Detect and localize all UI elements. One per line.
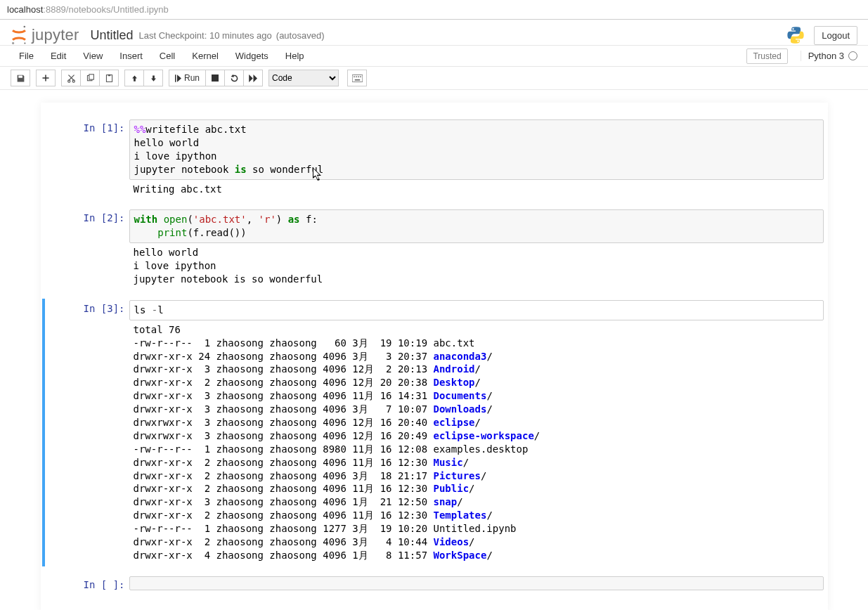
keyboard-icon: [352, 74, 363, 82]
svg-rect-13: [358, 76, 359, 77]
code-cell[interactable]: In [ ]:: [45, 575, 824, 592]
jupyter-icon: [11, 25, 27, 45]
code-input[interactable]: ls -l: [129, 300, 824, 320]
jupyter-logo[interactable]: jupyter: [11, 25, 79, 45]
menu-widgets[interactable]: Widgets: [227, 46, 277, 65]
fast-forward-icon: [249, 74, 258, 82]
notebook-name[interactable]: Untitled: [90, 28, 133, 43]
menu-file[interactable]: File: [11, 46, 42, 65]
address-path: :8889/notebooks/Untitled.ipynb: [43, 4, 169, 15]
input-prompt: In [2]:: [45, 209, 129, 223]
cell-type-select[interactable]: Code: [268, 70, 339, 86]
code-cell[interactable]: In [1]: %%writefile abc.txt hello world …: [45, 118, 824, 200]
toolbar: Run Code: [0, 67, 868, 90]
code-input[interactable]: [129, 576, 824, 590]
cell-output: hello world i love ipython jupyter noteb…: [129, 243, 824, 289]
svg-point-2: [24, 42, 25, 44]
autosave-text: (autosaved): [276, 30, 325, 41]
restart-button[interactable]: [224, 70, 244, 86]
plus-icon: [41, 74, 50, 82]
checkpoint-text: Last Checkpoint: 10 minutes ago: [138, 30, 271, 41]
restart-run-all-button[interactable]: [243, 70, 263, 86]
run-label: Run: [184, 73, 200, 83]
svg-point-0: [23, 26, 25, 28]
code-input[interactable]: %%writefile abc.txt hello world i love i…: [129, 119, 824, 180]
python-icon: [786, 25, 805, 45]
menubar: File Edit View Insert Cell Kernel Widget…: [0, 46, 868, 67]
svg-rect-14: [360, 76, 361, 77]
interrupt-button[interactable]: [205, 70, 225, 86]
move-up-button[interactable]: [124, 70, 144, 86]
header: jupyter Untitled Last Checkpoint: 10 min…: [0, 20, 868, 46]
arrow-down-icon: [150, 74, 157, 82]
save-button[interactable]: [11, 70, 30, 86]
logo-text: jupyter: [32, 26, 79, 44]
svg-rect-15: [354, 79, 360, 81]
notebook-container: In [1]: %%writefile abc.txt hello world …: [41, 103, 828, 610]
trusted-indicator[interactable]: Trusted: [746, 48, 787, 64]
move-down-button[interactable]: [143, 70, 163, 86]
command-palette-button[interactable]: [347, 70, 367, 86]
code-cell[interactable]: In [3]: ls -l total 76 -rw-r--r-- 1 zhao…: [42, 299, 824, 566]
svg-rect-10: [352, 74, 363, 82]
menu-edit[interactable]: Edit: [42, 46, 75, 65]
svg-rect-6: [89, 74, 93, 79]
paste-icon: [105, 74, 114, 83]
copy-icon: [86, 74, 95, 83]
svg-rect-9: [212, 74, 219, 82]
run-button[interactable]: Run: [169, 70, 206, 86]
kernel-name: Python 3: [808, 51, 844, 61]
save-icon: [16, 74, 25, 83]
svg-rect-12: [356, 76, 357, 77]
menu-cell[interactable]: Cell: [151, 46, 183, 65]
svg-rect-8: [108, 74, 110, 75]
input-prompt: In [1]:: [45, 119, 129, 134]
cell-output: total 76 -rw-r--r-- 1 zhaosong zhaosong …: [129, 320, 824, 565]
address-bar[interactable]: localhost:8889/notebooks/Untitled.ipynb: [0, 0, 868, 20]
paste-button[interactable]: [99, 70, 119, 86]
copy-button[interactable]: [80, 70, 100, 86]
cut-icon: [67, 74, 76, 83]
kernel-indicator[interactable]: Python 3: [801, 51, 857, 61]
kernel-idle-icon: [848, 51, 857, 60]
menu-help[interactable]: Help: [277, 46, 313, 65]
svg-point-3: [67, 79, 70, 82]
code-cell[interactable]: In [2]: with open('abc.txt', 'r') as f: …: [45, 208, 824, 290]
cut-button[interactable]: [61, 70, 81, 86]
arrow-up-icon: [131, 74, 138, 82]
menu-insert[interactable]: Insert: [111, 46, 151, 65]
svg-rect-11: [354, 76, 355, 77]
cell-output: Writing abc.txt: [129, 180, 824, 199]
code-input[interactable]: with open('abc.txt', 'r') as f: print(f.…: [129, 209, 824, 243]
restart-icon: [230, 74, 239, 83]
svg-point-1: [12, 42, 14, 44]
menu-view[interactable]: View: [75, 46, 111, 65]
address-host: localhost: [7, 4, 43, 15]
input-prompt: In [ ]:: [45, 576, 129, 590]
menu-kernel[interactable]: Kernel: [183, 46, 227, 65]
stop-icon: [212, 74, 219, 82]
input-prompt: In [3]:: [45, 300, 129, 314]
run-icon: [175, 74, 181, 82]
logout-button[interactable]: Logout: [814, 26, 857, 45]
add-cell-button[interactable]: [36, 70, 56, 86]
svg-point-4: [72, 79, 75, 82]
